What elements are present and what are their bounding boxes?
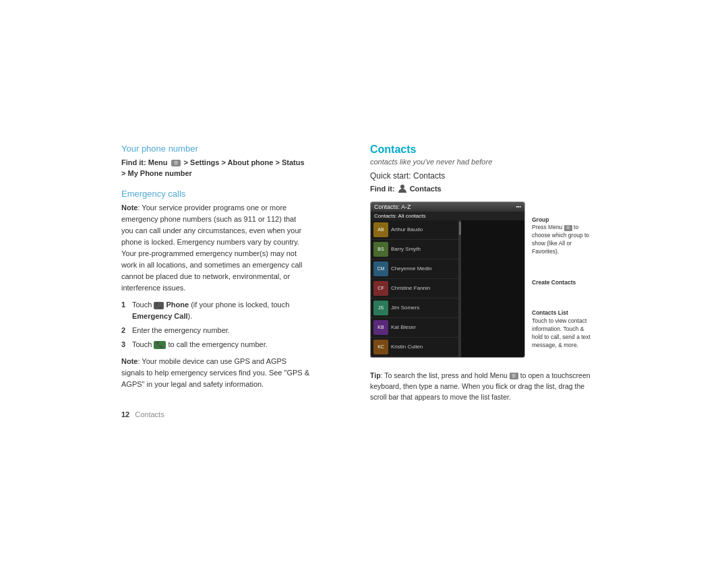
left-column: Your phone number Find it: Menu ☰ > Sett…	[121, 144, 310, 419]
right-column: Contacts contacts like you've never had …	[370, 144, 599, 403]
find-it-label: Find it: Menu	[121, 158, 167, 166]
contacts-tagline: contacts like you've never had before	[370, 158, 599, 166]
content-area: Your phone number Find it: Menu ☰ > Sett…	[121, 123, 607, 439]
annotation-group-text: Press Menu ☰ to choose which group to sh…	[532, 224, 589, 255]
step-2: 2 Enter the emergency number.	[121, 325, 310, 336]
emergency-note-1: Note: Your service provider programs one…	[121, 202, 310, 294]
tip-content: : To search the list, press and hold Men…	[370, 371, 590, 402]
avatar-jim: JS	[373, 301, 388, 315]
contact-name-christine: Christine Fannin	[391, 285, 430, 291]
note-text-2: : Your mobile device can use GPS and AGP…	[121, 357, 309, 388]
phone-screenshot: Contacts: A-Z ▪▪▪ Contacts: All contacts…	[370, 201, 525, 358]
annotation-list-label: Contacts List	[532, 309, 596, 317]
page-label: Contacts	[135, 410, 164, 418]
step-3-num: 3	[121, 339, 128, 350]
phone-title-text: Contacts: A-Z	[374, 204, 411, 210]
annotation-create: Create Contacts	[528, 279, 596, 287]
phone-content: AB Arthur Baudo BS Barry Smyth CM	[371, 220, 524, 357]
contacts-person-icon	[398, 184, 407, 193]
avatar-christine: CF	[373, 281, 388, 296]
annotation-list: Contacts List Touch to view contact info…	[528, 309, 596, 349]
phone-title-bar: Contacts: A-Z ▪▪▪	[371, 202, 524, 212]
svg-point-0	[400, 185, 404, 189]
step-3-text: Touch 📞 to call the emergency number.	[132, 339, 268, 350]
annotations-panel: Group Press Menu ☰ to choose which group…	[525, 201, 599, 365]
page-number-area: 12 Contacts	[121, 410, 310, 418]
scroll-thumb	[459, 222, 461, 235]
contact-name-kristin: Kristin Cullen	[391, 344, 423, 350]
menu-small-icon: ☰	[564, 225, 572, 231]
call-button-icon: 📞	[154, 341, 166, 349]
contact-item: JS Jim Somers	[371, 299, 458, 318]
step-3: 3 Touch 📞 to call the emergency number.	[121, 339, 310, 350]
tip-text: Tip: To search the list, press and hold …	[370, 370, 599, 403]
scroll-indicator	[458, 220, 461, 357]
contact-item: KB Kat Bleser	[371, 318, 458, 338]
contact-item: KC Kristin Cullen	[371, 338, 458, 357]
emergency-calls-section: Emergency calls Note: Your service provi…	[121, 189, 310, 391]
find-it-phone-line: Find it: Menu ☰ > Settings > About phone…	[121, 157, 310, 179]
step-2-text: Enter the emergency number.	[132, 325, 230, 336]
avatar-kat: KB	[373, 320, 388, 335]
contact-name-jim: Jim Somers	[391, 305, 419, 311]
page-number: 12	[121, 410, 129, 418]
avatar-barry: BS	[373, 242, 388, 257]
menu-tip-icon: ☰	[510, 373, 518, 379]
emergency-note-2: Note: Your mobile device can use GPS and…	[121, 356, 310, 390]
step-1: 1 Touch 📞 Phone (if your phone is locked…	[121, 299, 310, 322]
quick-start-heading: Quick start: Contacts	[370, 171, 599, 181]
step-1-text: Touch 📞 Phone (if your phone is locked, …	[132, 299, 310, 322]
your-phone-number-section: Your phone number Find it: Menu ☰ > Sett…	[121, 144, 310, 179]
avatar-arthur: AB	[373, 222, 388, 237]
phone-signal-icons: ▪▪▪	[516, 204, 521, 209]
contact-name-cheyenne: Cheyenne Medin	[391, 266, 431, 272]
contact-name-arthur: Arthur Baudo	[391, 226, 423, 232]
avatar-cheyenne: CM	[373, 261, 388, 276]
contact-item: AB Arthur Baudo	[371, 220, 458, 240]
annotation-create-label: Create Contacts	[532, 279, 596, 287]
page-container: Your phone number Find it: Menu ☰ > Sett…	[0, 0, 728, 562]
contact-name-kat: Kat Bleser	[391, 324, 416, 330]
contact-item: BS Barry Smyth	[371, 240, 458, 259]
avatar-kristin: KC	[373, 340, 388, 354]
phone-sub-bar: Contacts: All contacts	[371, 212, 524, 220]
find-it-contacts-line: Find it: Contacts	[370, 184, 599, 193]
contact-item: CF Christine Fannin	[371, 279, 458, 299]
emergency-calls-heading: Emergency calls	[121, 189, 310, 199]
your-phone-number-heading: Your phone number	[121, 144, 310, 154]
note-text-1: : Your service provider programs one or …	[121, 204, 302, 292]
step-2-num: 2	[121, 325, 128, 336]
contacts-heading: Contacts	[370, 144, 599, 156]
contacts-section: Contacts contacts like you've never had …	[370, 144, 599, 193]
find-it-contacts-label: Find it:	[370, 185, 395, 193]
contacts-list: AB Arthur Baudo BS Barry Smyth CM	[371, 220, 458, 357]
step-1-num: 1	[121, 299, 128, 322]
annotation-group: Group Press Menu ☰ to choose which group…	[528, 216, 596, 256]
annotation-group-label: Group	[532, 216, 596, 224]
contact-item: CM Cheyenne Medin	[371, 259, 458, 279]
menu-icon: ☰	[171, 160, 181, 166]
phone-screenshot-wrapper: Contacts: A-Z ▪▪▪ Contacts: All contacts…	[370, 201, 599, 365]
contacts-find-it-text: Contacts	[410, 185, 442, 193]
phone-sub-text: Contacts: All contacts	[374, 213, 425, 219]
phone-icon-step1: 📞	[154, 302, 164, 309]
contact-name-barry: Barry Smyth	[391, 246, 421, 252]
annotation-list-text: Touch to view contact information. Touch…	[532, 317, 590, 348]
emergency-steps-list: 1 Touch 📞 Phone (if your phone is locked…	[121, 299, 310, 350]
